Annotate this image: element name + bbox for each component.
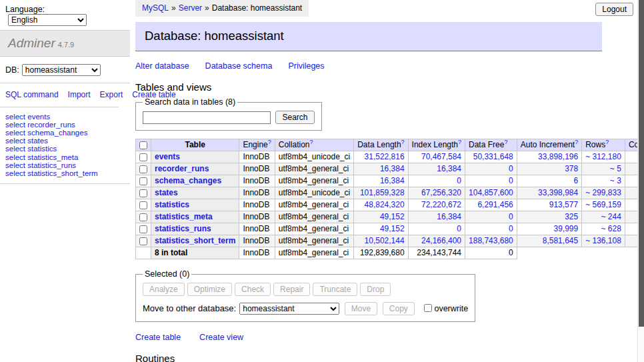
check-button[interactable]: Check	[235, 283, 271, 296]
data_length-value-link[interactable]: 101,859,328	[360, 188, 405, 197]
row-checkbox[interactable]	[139, 189, 147, 197]
rows-value-link[interactable]: ~ 628	[601, 224, 621, 233]
data_length-value-link[interactable]: 10,502,144	[365, 236, 405, 245]
table-name-link[interactable]: schema_changes	[155, 176, 221, 185]
column-hint-link[interactable]: ?	[575, 139, 578, 145]
rows-value-link[interactable]: ~ 312,180	[585, 152, 621, 161]
data_free-value-link[interactable]: 104,857,600	[469, 188, 513, 197]
table-name-link[interactable]: states	[155, 188, 178, 197]
create-view-link[interactable]: Create view	[199, 333, 243, 342]
select-all-checkbox[interactable]	[139, 141, 147, 149]
column-hint-link[interactable]: ?	[401, 139, 405, 145]
copy-button[interactable]: Copy	[383, 302, 415, 315]
row-checkbox[interactable]	[139, 237, 147, 245]
index_length-value-link[interactable]: 67,256,320	[421, 188, 461, 197]
table-name-link[interactable]: statistics_meta	[155, 212, 213, 221]
sidebar-table-name-link[interactable]: statistics_short_term	[27, 169, 97, 177]
select-table-link[interactable]: select	[5, 161, 25, 169]
index_length-value-link[interactable]: 72,220,672	[421, 200, 461, 209]
column-hint-link[interactable]: ?	[504, 139, 507, 145]
auto_increment-value-link[interactable]: 913,577	[549, 200, 578, 209]
rows-value-link[interactable]: ~ 5	[610, 164, 621, 173]
table-name-link[interactable]: statistics_runs	[155, 224, 211, 233]
alter-database-link[interactable]: Alter database	[135, 61, 189, 71]
column-hint-link[interactable]: ?	[605, 139, 609, 145]
data_length-value-link[interactable]: 31,522,816	[365, 152, 405, 161]
index_length-value-link[interactable]: 16,384	[437, 164, 461, 173]
scrollbar-thumb[interactable]	[639, 0, 644, 327]
row-checkbox[interactable]	[139, 165, 147, 173]
import-link[interactable]: Import	[68, 90, 91, 99]
auto_increment-value-link[interactable]: 33,898,196	[538, 152, 578, 161]
sidebar-table-name-link[interactable]: statistics	[27, 145, 57, 153]
select-table-link[interactable]: select	[5, 113, 25, 121]
data_free-value-link[interactable]: 50,331,648	[473, 152, 513, 161]
select-table-link[interactable]: select	[5, 129, 25, 137]
index_length-value-link[interactable]: 0	[457, 176, 461, 185]
row-checkbox[interactable]	[139, 225, 147, 233]
analyze-button[interactable]: Analyze	[143, 283, 185, 296]
auto_increment-value-link[interactable]: 8,581,645	[543, 236, 578, 245]
sql-command-link[interactable]: SQL command	[5, 90, 59, 99]
move-button[interactable]: Move	[345, 302, 377, 315]
sidebar-table-name-link[interactable]: recorder_runs	[27, 121, 75, 129]
select-table-link[interactable]: select	[5, 121, 25, 129]
db-select[interactable]: homeassistant	[22, 64, 101, 76]
auto_increment-value-link[interactable]: 39,999	[553, 224, 578, 233]
data_length-value-link[interactable]: 49,152	[380, 212, 405, 221]
column-hint-link[interactable]: ?	[268, 139, 271, 145]
sidebar-table-name-link[interactable]: events	[27, 113, 50, 121]
export-link[interactable]: Export	[100, 90, 123, 99]
index_length-value-link[interactable]: 70,467,584	[421, 152, 461, 161]
table-name-link[interactable]: events	[155, 152, 180, 161]
data_length-value-link[interactable]: 16,384	[380, 164, 405, 173]
sidebar-table-name-link[interactable]: schema_changes	[27, 129, 87, 137]
data_free-value-link[interactable]: 0	[509, 176, 513, 185]
auto_increment-value-link[interactable]: 33,398,984	[538, 188, 578, 197]
data_free-value-link[interactable]: 0	[509, 164, 513, 173]
data_free-value-link[interactable]: 6,291,456	[477, 200, 513, 209]
data_free-value-link[interactable]: 0	[509, 224, 513, 233]
data_free-value-link[interactable]: 188,743,680	[469, 236, 513, 245]
overwrite-checkbox[interactable]	[424, 304, 432, 312]
logout-button[interactable]: Logout	[595, 3, 633, 16]
index_length-value-link[interactable]: 24,166,400	[421, 236, 461, 245]
select-table-link[interactable]: select	[5, 145, 25, 153]
optimize-button[interactable]: Optimize	[187, 283, 232, 296]
rows-value-link[interactable]: ~ 136,108	[585, 236, 621, 245]
auto_increment-value-link[interactable]: 325	[565, 212, 578, 221]
row-checkbox[interactable]	[139, 201, 147, 209]
search-input[interactable]	[143, 111, 271, 124]
row-checkbox[interactable]	[139, 153, 147, 161]
drop-button[interactable]: Drop	[360, 283, 391, 296]
breadcrumb-mysql-link[interactable]: MySQL	[142, 3, 169, 13]
index_length-value-link[interactable]: 0	[457, 224, 461, 233]
column-hint-link[interactable]: ?	[309, 139, 313, 145]
table-name-link[interactable]: statistics	[155, 200, 189, 209]
breadcrumb-server-link[interactable]: Server	[179, 3, 202, 13]
auto_increment-value-link[interactable]: 6	[573, 176, 578, 185]
select-table-link[interactable]: select	[5, 169, 25, 177]
column-hint-link[interactable]: ?	[458, 139, 461, 145]
table-name-link[interactable]: statistics_short_term	[155, 236, 235, 245]
sidebar-table-name-link[interactable]: statistics_runs	[27, 161, 76, 169]
privileges-link[interactable]: Privileges	[288, 61, 324, 71]
rows-value-link[interactable]: ~ 299,833	[585, 188, 621, 197]
sidebar-table-name-link[interactable]: statistics_meta	[27, 153, 78, 161]
data_length-value-link[interactable]: 48,824,320	[365, 200, 405, 209]
truncate-button[interactable]: Truncate	[313, 283, 357, 296]
table-name-link[interactable]: recorder_runs	[155, 164, 209, 173]
adminer-version[interactable]: 4.7.9	[58, 41, 74, 49]
index_length-value-link[interactable]: 16,384	[437, 212, 461, 221]
rows-value-link[interactable]: ~ 244	[601, 212, 621, 221]
data_free-value-link[interactable]: 0	[509, 212, 513, 221]
data_length-value-link[interactable]: 49,152	[380, 224, 405, 233]
create-table-link[interactable]: Create table	[135, 333, 181, 342]
select-table-link[interactable]: select	[5, 153, 25, 161]
row-checkbox[interactable]	[139, 213, 147, 221]
rows-value-link[interactable]: ~ 3	[610, 176, 621, 185]
select-table-link[interactable]: select	[5, 137, 25, 145]
row-checkbox[interactable]	[139, 177, 147, 185]
language-select[interactable]: English	[8, 14, 87, 26]
rows-value-link[interactable]: ~ 569,159	[585, 200, 621, 209]
